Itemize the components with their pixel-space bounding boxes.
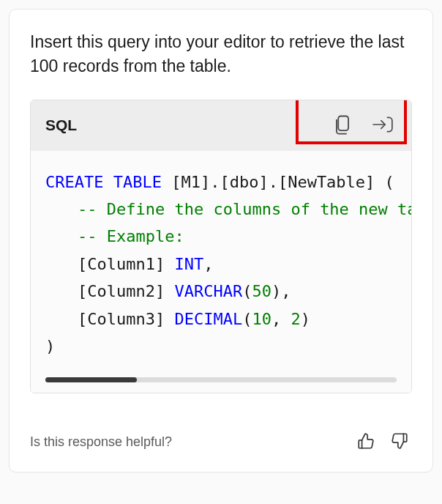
intro-text: Insert this query into your editor to re… [30,30,412,79]
thumbs-down-button[interactable] [387,429,412,456]
scrollbar-thumb[interactable] [45,377,137,382]
code-line: -- Example: [45,223,397,250]
code-body: CREATE TABLE [M1].[dbo].[NewTable] ( -- … [31,151,411,393]
code-block: SQL [30,100,412,394]
copy-button[interactable] [329,111,356,141]
svg-rect-0 [338,116,348,130]
code-line: [Column2] VARCHAR(50), [45,278,397,305]
feedback-row: Is this response helpful? [30,429,412,456]
language-label: SQL [45,116,77,134]
thumbs-down-icon [390,431,409,453]
code-line: [Column1] INT, [45,251,397,278]
code-line: ) [45,333,397,360]
code-header: SQL [31,100,411,151]
thumbs-up-button[interactable] [353,429,378,456]
thumbs-up-icon [356,431,375,453]
code-actions [329,111,397,141]
insert-button[interactable] [369,112,397,139]
code-line: -- Define the columns of the new tabl [45,196,397,223]
code-line: CREATE TABLE [M1].[dbo].[NewTable] ( [45,168,397,196]
feedback-prompt: Is this response helpful? [30,434,172,450]
insert-icon [372,115,394,136]
code-line: [Column3] DECIMAL(10, 2) [45,305,397,333]
horizontal-scrollbar[interactable] [45,377,397,382]
response-card: Insert this query into your editor to re… [9,9,433,472]
copy-icon [332,114,353,138]
feedback-buttons [353,429,412,456]
